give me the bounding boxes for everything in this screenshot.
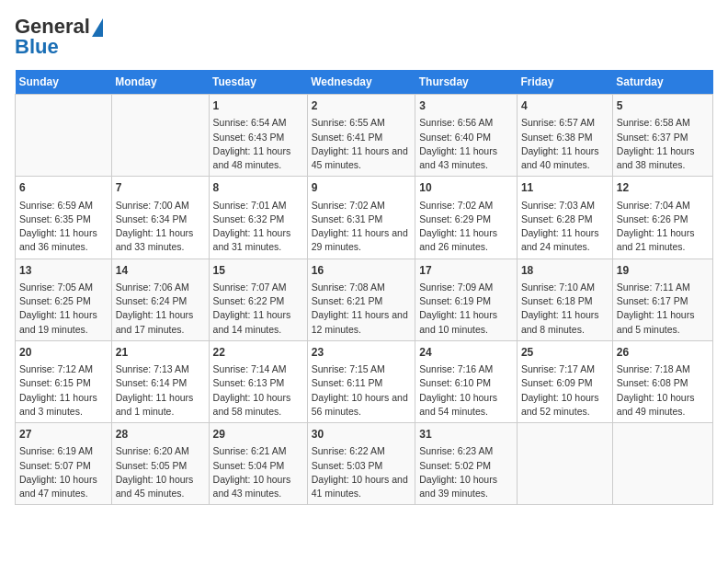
cell-text: Sunset: 6:31 PM bbox=[312, 213, 412, 226]
day-number: 16 bbox=[312, 263, 412, 279]
calendar-week-row: 6Sunrise: 6:59 AMSunset: 6:35 PMDaylight… bbox=[16, 177, 713, 259]
day-number: 18 bbox=[521, 263, 609, 279]
calendar-week-row: 1Sunrise: 6:54 AMSunset: 6:43 PMDaylight… bbox=[16, 95, 713, 177]
day-number: 26 bbox=[617, 345, 709, 361]
cell-text: Sunset: 6:19 PM bbox=[419, 294, 513, 308]
cell-text: Sunrise: 6:59 AM bbox=[19, 199, 108, 213]
day-number: 1 bbox=[213, 98, 303, 114]
cell-text: Sunset: 6:18 PM bbox=[521, 294, 609, 308]
day-number: 6 bbox=[19, 180, 108, 196]
cell-text: Daylight: 10 hours and 56 minutes. bbox=[312, 391, 412, 419]
cell-text: Sunset: 5:07 PM bbox=[19, 459, 108, 473]
cell-text: Sunrise: 7:06 AM bbox=[116, 281, 205, 294]
cell-text: Daylight: 11 hours and 33 minutes. bbox=[116, 226, 205, 254]
day-number: 2 bbox=[312, 98, 412, 114]
cell-text: Sunset: 6:09 PM bbox=[521, 376, 609, 390]
cell-text: Daylight: 11 hours and 21 minutes. bbox=[617, 226, 709, 254]
cell-text: Sunrise: 6:55 AM bbox=[312, 116, 412, 130]
calendar-cell: 6Sunrise: 6:59 AMSunset: 6:35 PMDaylight… bbox=[16, 177, 112, 259]
cell-text: Daylight: 11 hours and 26 minutes. bbox=[419, 226, 513, 254]
cell-text: Daylight: 11 hours and 17 minutes. bbox=[116, 308, 205, 336]
calendar-cell: 5Sunrise: 6:58 AMSunset: 6:37 PMDaylight… bbox=[612, 95, 712, 177]
cell-text: Sunrise: 7:15 AM bbox=[312, 362, 412, 376]
cell-text: Sunset: 6:43 PM bbox=[213, 131, 303, 144]
cell-text: Sunset: 6:14 PM bbox=[116, 376, 205, 390]
logo-triangle-icon bbox=[92, 18, 103, 37]
day-number: 21 bbox=[116, 345, 205, 361]
day-of-week-header: Wednesday bbox=[307, 70, 415, 95]
cell-text: Daylight: 11 hours and 10 minutes. bbox=[419, 308, 513, 336]
day-number: 5 bbox=[617, 98, 709, 114]
logo: General Blue bbox=[15, 15, 103, 59]
calendar-cell: 4Sunrise: 6:57 AMSunset: 6:38 PMDaylight… bbox=[517, 95, 612, 177]
calendar-cell: 22Sunrise: 7:14 AMSunset: 6:13 PMDayligh… bbox=[209, 340, 307, 422]
day-number: 30 bbox=[312, 427, 412, 442]
cell-text: Sunrise: 7:03 AM bbox=[521, 199, 609, 213]
calendar-table: SundayMondayTuesdayWednesdayThursdayFrid… bbox=[15, 70, 713, 505]
cell-text: Sunset: 6:41 PM bbox=[312, 131, 412, 144]
cell-text: Sunset: 6:40 PM bbox=[419, 131, 513, 144]
cell-text: Sunrise: 7:02 AM bbox=[312, 199, 412, 213]
day-number: 12 bbox=[617, 180, 709, 196]
cell-text: Daylight: 11 hours and 38 minutes. bbox=[617, 144, 709, 172]
cell-text: Daylight: 11 hours and 48 minutes. bbox=[213, 144, 303, 172]
calendar-cell: 9Sunrise: 7:02 AMSunset: 6:31 PMDaylight… bbox=[307, 177, 415, 259]
calendar-cell bbox=[111, 95, 209, 177]
cell-text: Sunrise: 7:12 AM bbox=[19, 362, 108, 376]
cell-text: Sunrise: 6:20 AM bbox=[116, 444, 205, 458]
day-number: 4 bbox=[521, 98, 609, 114]
cell-text: Sunrise: 7:11 AM bbox=[617, 281, 709, 294]
cell-text: Daylight: 11 hours and 36 minutes. bbox=[19, 226, 108, 254]
day-number: 7 bbox=[116, 180, 205, 196]
cell-text: Sunrise: 7:13 AM bbox=[116, 362, 205, 376]
calendar-header-row: SundayMondayTuesdayWednesdayThursdayFrid… bbox=[16, 70, 713, 95]
calendar-cell: 17Sunrise: 7:09 AMSunset: 6:19 PMDayligh… bbox=[415, 259, 518, 340]
cell-text: Daylight: 11 hours and 12 minutes. bbox=[312, 308, 412, 336]
cell-text: Daylight: 11 hours and 31 minutes. bbox=[213, 226, 303, 254]
cell-text: Sunrise: 7:17 AM bbox=[521, 362, 609, 376]
day-number: 20 bbox=[19, 345, 108, 361]
cell-text: Sunset: 6:34 PM bbox=[116, 213, 205, 226]
cell-text: Sunset: 6:25 PM bbox=[19, 294, 108, 308]
cell-text: Sunrise: 7:09 AM bbox=[419, 281, 513, 294]
cell-text: Daylight: 10 hours and 49 minutes. bbox=[617, 391, 709, 419]
cell-text: Sunrise: 6:58 AM bbox=[617, 116, 709, 130]
cell-text: Sunset: 6:10 PM bbox=[419, 376, 513, 390]
cell-text: Daylight: 11 hours and 43 minutes. bbox=[419, 144, 513, 172]
cell-text: Daylight: 10 hours and 47 minutes. bbox=[19, 473, 108, 500]
cell-text: Daylight: 10 hours and 54 minutes. bbox=[419, 391, 513, 419]
day-number: 23 bbox=[312, 345, 412, 361]
cell-text: Sunset: 6:26 PM bbox=[617, 213, 709, 226]
cell-text: Sunset: 6:15 PM bbox=[19, 376, 108, 390]
day-number: 15 bbox=[213, 263, 303, 279]
calendar-cell: 24Sunrise: 7:16 AMSunset: 6:10 PMDayligh… bbox=[415, 340, 518, 422]
day-of-week-header: Thursday bbox=[415, 70, 518, 95]
cell-text: Sunrise: 7:08 AM bbox=[312, 281, 412, 294]
calendar-cell: 12Sunrise: 7:04 AMSunset: 6:26 PMDayligh… bbox=[612, 177, 712, 259]
calendar-cell: 23Sunrise: 7:15 AMSunset: 6:11 PMDayligh… bbox=[307, 340, 415, 422]
calendar-cell bbox=[517, 423, 612, 505]
calendar-cell: 31Sunrise: 6:23 AMSunset: 5:02 PMDayligh… bbox=[415, 423, 518, 505]
day-of-week-header: Tuesday bbox=[209, 70, 307, 95]
cell-text: Sunrise: 7:05 AM bbox=[19, 281, 108, 294]
cell-text: Daylight: 10 hours and 45 minutes. bbox=[116, 473, 205, 500]
cell-text: Daylight: 11 hours and 40 minutes. bbox=[521, 144, 609, 172]
cell-text: Sunrise: 6:19 AM bbox=[19, 444, 108, 458]
cell-text: Sunset: 5:03 PM bbox=[312, 459, 412, 473]
day-number: 19 bbox=[617, 263, 709, 279]
cell-text: Sunset: 6:22 PM bbox=[213, 294, 303, 308]
cell-text: Daylight: 11 hours and 19 minutes. bbox=[19, 308, 108, 336]
calendar-cell: 28Sunrise: 6:20 AMSunset: 5:05 PMDayligh… bbox=[111, 423, 209, 505]
cell-text: Sunrise: 7:10 AM bbox=[521, 281, 609, 294]
cell-text: Sunrise: 7:16 AM bbox=[419, 362, 513, 376]
calendar-cell: 1Sunrise: 6:54 AMSunset: 6:43 PMDaylight… bbox=[209, 95, 307, 177]
cell-text: Sunrise: 7:04 AM bbox=[617, 199, 709, 213]
calendar-cell: 13Sunrise: 7:05 AMSunset: 6:25 PMDayligh… bbox=[16, 259, 112, 340]
cell-text: Sunset: 6:17 PM bbox=[617, 294, 709, 308]
day-number: 3 bbox=[419, 98, 513, 114]
cell-text: Sunset: 6:24 PM bbox=[116, 294, 205, 308]
calendar-cell: 10Sunrise: 7:02 AMSunset: 6:29 PMDayligh… bbox=[415, 177, 518, 259]
calendar-cell bbox=[16, 95, 112, 177]
calendar-cell: 29Sunrise: 6:21 AMSunset: 5:04 PMDayligh… bbox=[209, 423, 307, 505]
calendar-cell: 2Sunrise: 6:55 AMSunset: 6:41 PMDaylight… bbox=[307, 95, 415, 177]
